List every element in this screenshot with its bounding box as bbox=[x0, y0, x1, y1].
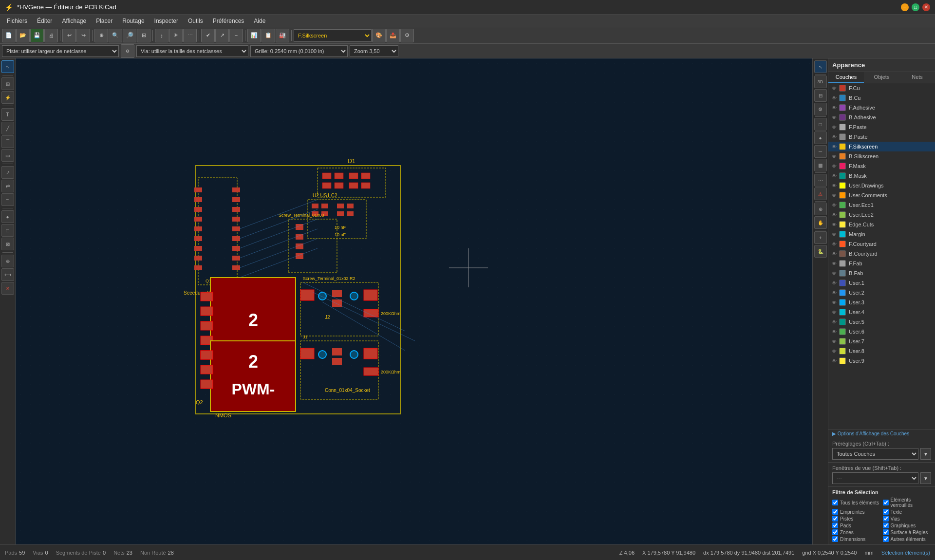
layer-item-b-adhesive[interactable]: 👁 B.Adhesive bbox=[828, 112, 935, 122]
layer-item-user-9[interactable]: 👁 User.9 bbox=[828, 356, 935, 366]
filter-checkbox-8[interactable] bbox=[832, 529, 838, 535]
track-width-select[interactable]: Piste: utiliser largeur de netclasse bbox=[2, 45, 119, 57]
layer-item-b-silkscreen[interactable]: 👁 B.Silkscreen bbox=[828, 151, 935, 161]
layer-item-user-4[interactable]: 👁 User.4 bbox=[828, 307, 935, 317]
menu-inspecter[interactable]: Inspecter bbox=[150, 16, 183, 26]
layer-item-f-paste[interactable]: 👁 F.Paste bbox=[828, 122, 935, 132]
layer-visibility-23[interactable]: 👁 bbox=[831, 309, 837, 315]
show-ratsnest[interactable]: ⋯ bbox=[183, 29, 197, 42]
layer-visibility-18[interactable]: 👁 bbox=[831, 261, 837, 266]
menu-aide[interactable]: Aide bbox=[249, 16, 270, 26]
layer-item-user-2[interactable]: 👁 User.2 bbox=[828, 288, 935, 298]
layer-item-b-paste[interactable]: 👁 B.Paste bbox=[828, 132, 935, 142]
menu-affichage[interactable]: Affichage bbox=[57, 16, 91, 26]
show-ratsnest-btn[interactable]: ⋯ bbox=[814, 174, 827, 187]
layer-visibility-15[interactable]: 👁 bbox=[831, 231, 837, 237]
add-rule-area-tool[interactable]: ⊠ bbox=[1, 238, 14, 250]
layer-visibility-16[interactable]: 👁 bbox=[831, 241, 837, 247]
layer-item-f-adhesive[interactable]: 👁 F.Adhesive bbox=[828, 103, 935, 112]
presets-select[interactable]: Toutes Couches bbox=[832, 448, 918, 460]
layer-item-b-cu[interactable]: 👁 B.Cu bbox=[828, 93, 935, 103]
filter-checkbox-11[interactable] bbox=[883, 536, 889, 542]
add-via-tool[interactable]: ● bbox=[1, 210, 14, 223]
board-setup[interactable]: ⚙ bbox=[400, 29, 414, 42]
view-select[interactable]: --- bbox=[832, 472, 918, 484]
filter-checkbox-3[interactable] bbox=[883, 509, 889, 515]
measure-tool[interactable]: ⟷ bbox=[1, 268, 14, 281]
netinspector[interactable]: 📊 bbox=[247, 29, 261, 42]
view-menu-btn[interactable]: ▼ bbox=[920, 472, 931, 484]
filter-checkbox-1[interactable] bbox=[883, 500, 889, 505]
layer-item-f-silkscreen[interactable]: 👁 F.Silkscreen bbox=[828, 142, 935, 151]
add-grid-btn[interactable]: + bbox=[814, 231, 827, 244]
zoom-fit-button[interactable]: ⊕ bbox=[94, 29, 108, 42]
length-tune-tool[interactable]: ~ bbox=[1, 193, 14, 206]
layer-visibility-14[interactable]: 👁 bbox=[831, 222, 837, 227]
filter-checkbox-2[interactable] bbox=[832, 509, 838, 515]
layer-select[interactable]: F.Silkscreen bbox=[294, 29, 372, 42]
board-stats[interactable]: 📋 bbox=[262, 29, 275, 42]
options-display-link[interactable]: ▶ Options d'Affichage des Couches bbox=[828, 429, 935, 438]
layer-visibility-1[interactable]: 👁 bbox=[831, 95, 837, 101]
close-button[interactable]: ✕ bbox=[922, 3, 930, 11]
layer-visibility-24[interactable]: 👁 bbox=[831, 319, 837, 325]
gerber-export[interactable]: 📤 bbox=[386, 29, 400, 42]
layer-item-f-fab[interactable]: 👁 F.Fab bbox=[828, 259, 935, 268]
layer-item-f-cu[interactable]: 👁 F.Cu bbox=[828, 83, 935, 93]
via-size-select[interactable]: Via: utiliser la taille des netclasses bbox=[136, 45, 248, 57]
render-settings[interactable]: 🎨 bbox=[372, 29, 386, 42]
add-footprint-tool[interactable]: ⊕ bbox=[1, 255, 14, 267]
add-rect-tool[interactable]: ▭ bbox=[1, 149, 14, 162]
layer-item-user-comments[interactable]: 👁 User.Comments bbox=[828, 190, 935, 200]
layer-visibility-4[interactable]: 👁 bbox=[831, 124, 837, 130]
layer-item-b-courtyard[interactable]: 👁 B.Courtyard bbox=[828, 249, 935, 259]
save-button[interactable]: 💾 bbox=[30, 29, 44, 42]
pan-btn[interactable]: ✋ bbox=[814, 216, 827, 229]
layer-visibility-19[interactable]: 👁 bbox=[831, 270, 837, 276]
layer-item-f-mask[interactable]: 👁 F.Mask bbox=[828, 161, 935, 171]
filter-checkbox-6[interactable] bbox=[832, 523, 838, 528]
add-arc-tool[interactable]: ⌒ bbox=[1, 135, 14, 148]
layer-visibility-8[interactable]: 👁 bbox=[831, 163, 837, 169]
show-zones-btn[interactable]: ▩ bbox=[814, 159, 827, 171]
layer-visibility-6[interactable]: 👁 bbox=[831, 144, 837, 149]
layer-visibility-28[interactable]: 👁 bbox=[831, 358, 837, 364]
filter-checkbox-9[interactable] bbox=[883, 529, 889, 535]
board-setup-btn[interactable]: ⚙ bbox=[814, 103, 827, 115]
track-settings-btn[interactable]: ⚙ bbox=[121, 44, 134, 58]
menu-preferences[interactable]: Préférences bbox=[208, 16, 249, 26]
show-courtyard-btn[interactable]: □ bbox=[814, 118, 827, 131]
pcb-canvas-area[interactable]: D1 U2 US1 C2 bbox=[16, 58, 812, 544]
layer-visibility-3[interactable]: 👁 bbox=[831, 114, 837, 120]
net-inspector-btn[interactable]: ⊟ bbox=[814, 89, 827, 102]
delete-tool[interactable]: ✕ bbox=[1, 282, 14, 295]
layer-visibility-20[interactable]: 👁 bbox=[831, 280, 837, 286]
layer-visibility-26[interactable]: 👁 bbox=[831, 338, 837, 344]
interactive-router[interactable]: ↗ bbox=[215, 29, 229, 42]
layer-item-user-drawings[interactable]: 👁 User.Drawings bbox=[828, 181, 935, 190]
highlight-net-tool[interactable]: ⚡ bbox=[1, 91, 14, 104]
zoom-out-button[interactable]: 🔎 bbox=[123, 29, 136, 42]
layer-item-edge-cuts[interactable]: 👁 Edge.Cuts bbox=[828, 220, 935, 229]
menu-outils[interactable]: Outils bbox=[183, 16, 208, 26]
open-button[interactable]: 📂 bbox=[16, 29, 30, 42]
presets-menu-btn[interactable]: ▼ bbox=[920, 448, 931, 460]
scripting-btn[interactable]: 🐍 bbox=[814, 245, 827, 258]
menu-routage[interactable]: Routage bbox=[117, 16, 149, 26]
layer-item-user-7[interactable]: 👁 User.7 bbox=[828, 336, 935, 346]
tab-objets[interactable]: Objets bbox=[864, 72, 899, 83]
layer-visibility-27[interactable]: 👁 bbox=[831, 348, 837, 354]
layer-item-b-mask[interactable]: 👁 B.Mask bbox=[828, 171, 935, 181]
zoom-in-button[interactable]: 🔍 bbox=[109, 29, 122, 42]
show-tracks-btn[interactable]: ─ bbox=[814, 145, 827, 158]
menu-fichiers[interactable]: Fichiers bbox=[2, 16, 32, 26]
filter-checkbox-5[interactable] bbox=[883, 516, 889, 522]
add-zone-tool[interactable]: □ bbox=[1, 224, 14, 237]
print-button[interactable]: 🖨 bbox=[44, 29, 58, 42]
menu-placer[interactable]: Placer bbox=[91, 16, 117, 26]
select-cursor-tool[interactable]: ↖ bbox=[814, 60, 827, 73]
layer-visibility-11[interactable]: 👁 bbox=[831, 192, 837, 198]
layer-visibility-12[interactable]: 👁 bbox=[831, 202, 837, 208]
route-track-tool[interactable]: ↗ bbox=[1, 166, 14, 179]
layer-visibility-2[interactable]: 👁 bbox=[831, 105, 837, 111]
